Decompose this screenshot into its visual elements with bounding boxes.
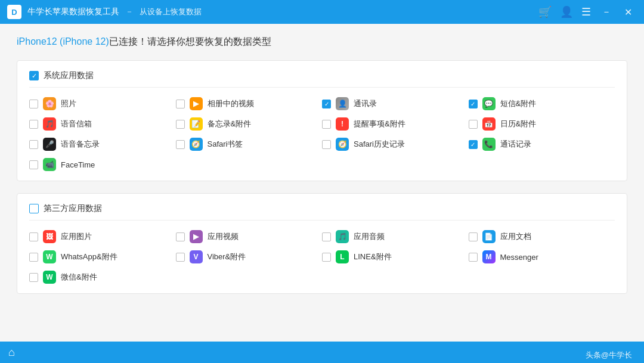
item-checkbox[interactable] [29, 253, 38, 262]
menu-icon[interactable]: ☰ [581, 5, 591, 18]
list-item[interactable]: !提醒事项&附件 [322, 117, 469, 131]
item-icon: 📄 [482, 230, 496, 243]
thirdparty-section: 第三方应用数据 🖼应用图片▶应用视频🎵应用音频📄应用文档WWhatsApp&附件… [17, 193, 627, 294]
item-checkbox[interactable] [29, 160, 38, 169]
item-icon: 🧭 [190, 138, 203, 151]
list-item[interactable]: 📝备忘录&附件 [176, 117, 323, 131]
item-checkbox[interactable] [29, 120, 38, 129]
list-item[interactable]: 🧭Safari历史记录 [322, 138, 469, 151]
item-checkbox[interactable] [176, 253, 185, 262]
system-section-checkbox[interactable]: ✓ [29, 71, 39, 80]
item-icon: 👤 [336, 97, 349, 110]
list-item[interactable]: 📅日历&附件 [469, 117, 615, 131]
item-label: Messenger [500, 253, 538, 262]
thirdparty-section-title: 第三方应用数据 [44, 203, 102, 214]
item-icon: L [336, 250, 349, 263]
item-icon: 📞 [482, 138, 496, 151]
list-item[interactable]: 🖼应用图片 [29, 230, 176, 243]
app-logo: D [7, 5, 21, 19]
item-icon: W [43, 271, 56, 284]
item-icon: 📹 [43, 158, 56, 171]
thirdparty-items-grid: 🖼应用图片▶应用视频🎵应用音频📄应用文档WWhatsApp&附件VViber&附… [29, 230, 615, 284]
item-checkbox[interactable] [322, 253, 331, 262]
item-label: 通话记录 [500, 139, 531, 150]
list-item[interactable]: ✓👤通讯录 [322, 97, 469, 110]
home-button[interactable]: ⌂ [8, 346, 15, 359]
device-title: iPhone12 (iPhone 12)已连接！请选择你想要恢复的数据类型 [17, 36, 627, 48]
item-checkbox[interactable] [29, 100, 38, 108]
app-subtitle: 从设备上恢复数据 [140, 7, 202, 17]
list-item[interactable]: ✓📞通话记录 [469, 138, 615, 151]
list-item[interactable]: LLINE&附件 [322, 250, 469, 263]
system-section: ✓ 系统应用数据 🌸照片▶相册中的视频✓👤通讯录✓💬短信&附件🎵语音信箱📝备忘录… [17, 60, 627, 181]
item-label: 应用图片 [61, 231, 92, 242]
item-label: FaceTime [61, 160, 95, 169]
item-checkbox[interactable]: ✓ [469, 100, 478, 108]
item-label: 通讯录 [354, 98, 377, 109]
item-label: 微信&附件 [61, 272, 97, 283]
item-checkbox[interactable] [29, 273, 38, 282]
user-icon[interactable]: 👤 [560, 5, 573, 18]
item-icon: W [43, 250, 56, 263]
thirdparty-section-header: 第三方应用数据 [29, 203, 615, 221]
list-item[interactable]: 🧭Safari书签 [176, 138, 323, 151]
list-item[interactable]: ✓💬短信&附件 [469, 97, 615, 110]
item-checkbox[interactable] [322, 232, 331, 241]
item-label: 短信&附件 [500, 98, 537, 109]
item-checkbox[interactable] [29, 140, 38, 149]
item-icon: M [482, 250, 496, 263]
list-item[interactable]: MMessenger [469, 250, 615, 263]
item-label: WhatsApp&附件 [61, 252, 117, 262]
item-icon: ! [336, 117, 349, 131]
list-item[interactable]: VViber&附件 [176, 250, 323, 263]
item-icon: ▶ [190, 230, 203, 243]
item-label: Safari书签 [208, 139, 243, 150]
list-item[interactable]: W微信&附件 [29, 271, 176, 284]
item-icon: 🎤 [43, 138, 56, 151]
item-icon: 🧭 [336, 138, 349, 151]
app-name: 牛学长苹果数据恢复工具 [27, 7, 119, 17]
item-checkbox[interactable]: ✓ [322, 100, 331, 108]
close-button[interactable]: ✕ [620, 4, 637, 20]
minimize-button[interactable]: － [597, 4, 616, 21]
watermark: 头条@牛学长 [586, 350, 632, 361]
list-item[interactable]: ▶应用视频 [176, 230, 323, 243]
list-item[interactable]: 🎵语音信箱 [29, 117, 176, 131]
item-icon: 🎵 [43, 117, 56, 131]
list-item[interactable]: 📄应用文档 [469, 230, 615, 243]
item-label: 应用文档 [500, 231, 531, 242]
system-items-grid: 🌸照片▶相册中的视频✓👤通讯录✓💬短信&附件🎵语音信箱📝备忘录&附件!提醒事项&… [29, 97, 615, 171]
item-checkbox[interactable] [29, 232, 38, 241]
list-item[interactable]: ▶相册中的视频 [176, 97, 323, 110]
item-checkbox[interactable] [469, 120, 478, 129]
item-checkbox[interactable] [176, 232, 185, 241]
cart-icon[interactable]: 🛒 [538, 5, 552, 18]
system-section-header: ✓ 系统应用数据 [29, 70, 615, 88]
item-checkbox[interactable] [176, 120, 185, 129]
list-item[interactable]: 🎵应用音频 [322, 230, 469, 243]
list-item[interactable]: 🎤语音备忘录 [29, 138, 176, 151]
item-icon: ▶ [190, 97, 203, 110]
list-item[interactable]: 📹FaceTime [29, 158, 176, 171]
item-icon: 📅 [482, 117, 496, 131]
device-status: 已连接！请选择你想要恢复的数据类型 [109, 36, 271, 46]
item-label: 照片 [61, 98, 76, 109]
item-label: 提醒事项&附件 [354, 119, 405, 129]
item-icon: 🌸 [43, 97, 56, 110]
item-checkbox[interactable] [176, 140, 185, 149]
item-checkbox[interactable] [322, 120, 331, 129]
item-checkbox[interactable]: ✓ [469, 140, 478, 149]
item-icon: 🖼 [43, 230, 56, 243]
item-checkbox[interactable] [322, 140, 331, 149]
system-section-title: 系统应用数据 [44, 70, 94, 81]
titlebar: D 牛学长苹果数据恢复工具 － 从设备上恢复数据 🛒 👤 ☰ － ✕ [0, 0, 644, 24]
list-item[interactable]: WWhatsApp&附件 [29, 250, 176, 263]
item-label: 日历&附件 [500, 119, 537, 129]
bottombar: ⌂ 头条@牛学长 [0, 342, 644, 363]
item-label: LINE&附件 [354, 252, 392, 262]
list-item[interactable]: 🌸照片 [29, 97, 176, 110]
item-checkbox[interactable] [469, 253, 478, 262]
item-checkbox[interactable] [176, 100, 185, 108]
thirdparty-section-checkbox[interactable] [29, 204, 39, 213]
item-checkbox[interactable] [469, 232, 478, 241]
